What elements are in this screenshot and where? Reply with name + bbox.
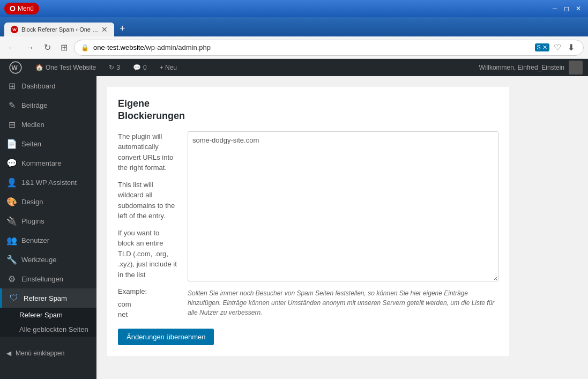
updates-item[interactable]: ↻ 3: [106, 59, 123, 76]
close-button[interactable]: ✕: [573, 3, 584, 14]
einstellungen-icon: ⚙: [6, 273, 17, 284]
sidebar-item-plugins[interactable]: 🔌 Plugins: [0, 211, 96, 231]
sidebar-item-seiten[interactable]: 📄 Seiten: [0, 134, 96, 153]
bookmark-button[interactable]: ♡: [552, 41, 563, 54]
assistent-icon: 👤: [6, 177, 17, 188]
minimize-button[interactable]: ─: [549, 3, 560, 14]
sidebar-item-referer-spam[interactable]: 🛡 Referer Spam: [0, 288, 96, 308]
titlebar: O Menü ─ ◻ ✕: [0, 0, 588, 17]
window-controls: ─ ◻ ✕: [549, 3, 584, 14]
tab-bar: W Block Referer Spam ‹ One … ✕ +: [0, 17, 588, 36]
sidebar-item-beitraege-label: Beiträge: [21, 101, 47, 109]
maximize-button[interactable]: ◻: [561, 3, 572, 14]
sidebar-sub-alle-blockierten-label: Alle geblockten Seiten: [19, 325, 88, 333]
description-para3: If you want to block an entire TLD (.com…: [118, 228, 177, 280]
sidebar-item-plugins-label: Plugins: [21, 217, 44, 225]
welcome-text: Willkommen, Einfred_Einstein: [479, 64, 564, 71]
wp-admin-bar: W 🏠 One Test Website ↻ 3 💬 0 + Neu: [0, 59, 588, 76]
reload-button[interactable]: ↻: [41, 40, 54, 55]
sidebar-sub-referer-spam[interactable]: Referer Spam: [0, 308, 96, 322]
sidebar-item-kommentare-label: Kommentare: [21, 159, 61, 167]
active-tab[interactable]: W Block Referer Spam ‹ One … ✕: [4, 23, 114, 36]
comments-icon: 💬: [133, 64, 141, 71]
wp-sidebar: ⊞ Dashboard ✎ Beiträge ⊟ Medien 📄 Seiten: [0, 76, 96, 379]
sidebar-item-dashboard[interactable]: ⊞ Dashboard: [0, 76, 96, 95]
wp-admin: W 🏠 One Test Website ↻ 3 💬 0 + Neu: [0, 59, 588, 379]
back-button[interactable]: ←: [4, 41, 19, 55]
security-icon: 🔒: [81, 44, 89, 51]
description-para1: The plugin will automatically convert UR…: [118, 131, 177, 173]
beitraege-icon: ✎: [6, 100, 17, 110]
section-description: The plugin will automatically convert UR…: [118, 131, 177, 320]
sidebar-sub-alle-blockierten[interactable]: Alle geblockten Seiten: [0, 322, 96, 337]
sidebar-sub-referer-spam-label: Referer Spam: [19, 311, 63, 319]
comments-item[interactable]: 💬 0: [130, 59, 150, 76]
security-badge: S ✕: [535, 43, 549, 51]
collapse-label: Menü einklappen: [16, 350, 64, 357]
referer-spam-icon: 🛡: [9, 293, 19, 303]
browser-toolbar: ← → ↻ ⊞ 🔒 one-test.website/wp-admin/admi…: [0, 36, 588, 59]
browser-content: W 🏠 One Test Website ↻ 3 💬 0 + Neu: [0, 59, 588, 379]
updates-icon: ↻: [109, 64, 114, 71]
site-name-item[interactable]: 🏠 One Test Website: [32, 59, 99, 76]
wp-main: ⊞ Dashboard ✎ Beiträge ⊟ Medien 📄 Seiten: [0, 76, 588, 379]
sidebar-item-medien[interactable]: ⊟ Medien: [0, 115, 96, 134]
werkzeuge-icon: 🔧: [6, 254, 17, 265]
address-bar[interactable]: 🔒 one-test.website/wp-admin/admin.php S …: [74, 40, 584, 56]
avatar: [569, 61, 583, 75]
sidebar-item-benutzer-label: Benutzer: [21, 236, 49, 244]
sidebar-item-benutzer[interactable]: 👥 Benutzer: [0, 231, 96, 250]
sidebar-item-kommentare[interactable]: 💬 Kommentare: [0, 153, 96, 173]
sidebar-collapse-button[interactable]: ◀ Menü einklappen: [0, 345, 96, 361]
design-icon: 🎨: [6, 196, 17, 207]
new-item[interactable]: + Neu: [157, 59, 180, 76]
svg-text:W: W: [11, 64, 18, 72]
description-example1: com: [118, 299, 177, 310]
eigene-blockierungen-section: EigeneBlockierungen The plugin will auto…: [107, 87, 509, 356]
submit-button[interactable]: Änderungen übernehmen: [118, 329, 214, 345]
tab-title: Block Referer Spam ‹ One …: [21, 26, 98, 33]
sidebar-item-beitraege[interactable]: ✎ Beiträge: [0, 95, 96, 115]
description-example-label: Example:: [118, 286, 177, 297]
opera-menu-label: Menü: [18, 5, 34, 12]
kommentare-icon: 💬: [6, 158, 17, 168]
seiten-icon: 📄: [6, 138, 17, 149]
section-note: Sollten Sie immer noch Besucher von Spam…: [188, 288, 498, 317]
description-example2: net: [118, 309, 177, 320]
collapse-icon: ◀: [6, 350, 11, 357]
wp-content-area: EigeneBlockierungen The plugin will auto…: [96, 76, 588, 379]
new-tab-button[interactable]: +: [116, 21, 129, 36]
sidebar-item-assistent[interactable]: 👤 1&1 WP Assistent: [0, 173, 96, 192]
section-input-area: Sollten Sie immer noch Besucher von Spam…: [188, 131, 498, 320]
admin-bar-right: Willkommen, Einfred_Einstein: [479, 61, 583, 75]
forward-button[interactable]: →: [23, 41, 38, 55]
plugins-icon: 🔌: [6, 215, 17, 226]
sidebar-item-dashboard-label: Dashboard: [21, 82, 56, 90]
download-button[interactable]: ⬇: [565, 41, 577, 54]
home-icon: 🏠: [35, 64, 43, 71]
sidebar-item-werkzeuge-label: Werkzeuge: [21, 256, 57, 264]
opera-menu-button[interactable]: O Menü: [4, 3, 39, 14]
sidebar-item-medien-label: Medien: [21, 121, 44, 129]
medien-icon: ⊟: [6, 119, 17, 130]
sidebar-item-einstellungen-label: Einstellungen: [21, 275, 63, 283]
tab-close-button[interactable]: ✕: [101, 26, 108, 33]
home-button[interactable]: ⊞: [57, 40, 71, 55]
wp-logo-item[interactable]: W: [5, 59, 26, 76]
sidebar-item-referer-spam-label: Referer Spam: [24, 294, 67, 302]
description-para2: This list will wildcard all subdomains t…: [118, 180, 177, 221]
sidebar-item-seiten-label: Seiten: [21, 140, 41, 148]
address-url: one-test.website/wp-admin/admin.php: [93, 43, 531, 51]
address-bar-actions: S ✕ ♡ ⬇: [535, 41, 577, 54]
sidebar-item-assistent-label: 1&1 WP Assistent: [21, 179, 77, 187]
sidebar-item-design-label: Design: [21, 198, 43, 206]
sidebar-item-design[interactable]: 🎨 Design: [0, 192, 96, 211]
dashboard-icon: ⊞: [6, 80, 17, 91]
blockings-textarea[interactable]: [188, 131, 498, 281]
benutzer-icon: 👥: [6, 235, 17, 246]
tab-favicon: W: [11, 26, 18, 33]
sidebar-item-einstellungen[interactable]: ⚙ Einstellungen: [0, 269, 96, 288]
new-label: + Neu: [160, 64, 177, 71]
sidebar-item-werkzeuge[interactable]: 🔧 Werkzeuge: [0, 250, 96, 269]
wordpress-icon: W: [9, 61, 23, 75]
